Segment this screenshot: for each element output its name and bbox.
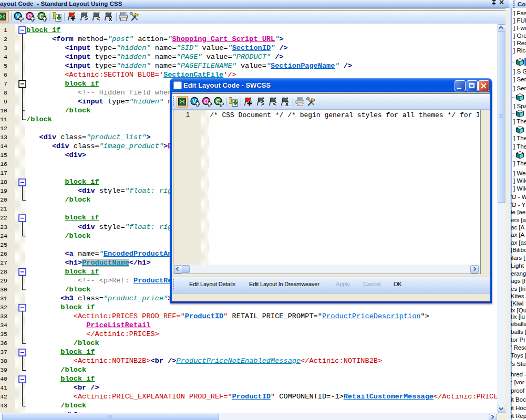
svg-text:x: x: [109, 15, 112, 23]
svg-text:x: x: [285, 100, 289, 108]
svg-text:>: >: [261, 100, 264, 108]
svg-text:<: <: [273, 100, 276, 108]
svg-text:>: >: [84, 15, 88, 23]
svg-text:<: <: [96, 15, 100, 23]
